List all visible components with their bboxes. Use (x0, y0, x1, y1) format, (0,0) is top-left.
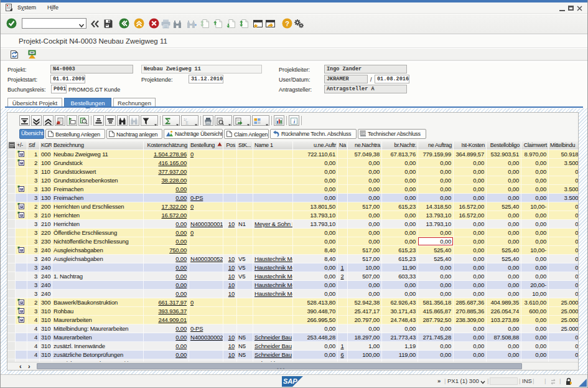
svg-text:Σ: Σ (185, 120, 189, 125)
svg-text:SAP: SAP (283, 377, 297, 385)
svg-text:?: ? (285, 20, 289, 27)
